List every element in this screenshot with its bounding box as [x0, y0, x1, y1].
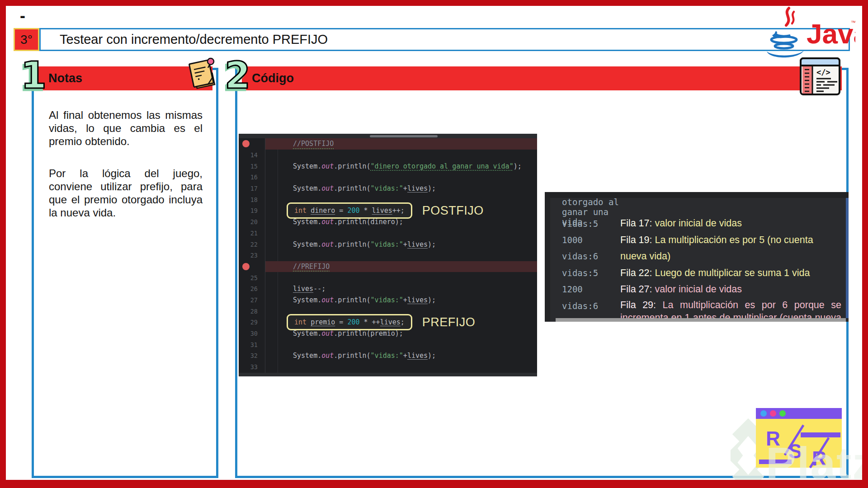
- code-line: 16: [239, 172, 537, 183]
- rsr-dot-pink: [770, 410, 776, 417]
- breakpoint-icon: [242, 140, 250, 147]
- console-value: vidas:6: [562, 248, 620, 264]
- notas-paragraph-2: Por la lógica del juego, conviene utiliz…: [49, 167, 203, 219]
- code-line: 31: [239, 339, 537, 350]
- code-editor-lines: //POSTFIJO1415System.out.println("dinero…: [239, 138, 537, 372]
- console-annotation: Fila 29: La multiplicación es por 6 porq…: [620, 297, 841, 318]
- code-line: 22System.out.println("vidas:"+lives);: [239, 239, 537, 250]
- console-value: vidas:5: [562, 265, 620, 281]
- code-line: 20System.out.println(dinero);: [239, 216, 537, 228]
- rsr-dot-green: [779, 410, 786, 417]
- java-logo-icon: Java ™: [760, 6, 855, 66]
- highlight-label: PREFIJO: [422, 315, 476, 329]
- codigo-number: 2: [225, 57, 250, 94]
- codigo-header: Código: [242, 66, 842, 90]
- svg-text:</>: </>: [816, 68, 830, 77]
- console-gutter: [545, 198, 550, 322]
- rsr-titlebar: [756, 408, 842, 419]
- code-line: 33: [239, 361, 537, 373]
- editor-top-bar: [239, 134, 537, 138]
- code-line: 14: [239, 150, 537, 161]
- java-wordmark: Java: [807, 18, 855, 49]
- console-annotation: Fila 17: valor inicial de vidas: [620, 215, 841, 231]
- code-line: 23: [239, 250, 537, 261]
- line-number: 20: [239, 218, 265, 225]
- line-number: 23: [239, 252, 265, 259]
- code-editor: //POSTFIJO1415System.out.println("dinero…: [239, 134, 537, 376]
- slide: - 3° Testear con incremento/decremento P…: [0, 0, 868, 488]
- code-line: 21: [239, 228, 537, 239]
- line-number: 31: [239, 341, 265, 348]
- notas-header: Notas: [38, 66, 212, 90]
- highlight-label: POSTFIJO: [422, 204, 484, 218]
- top-dash: -: [20, 6, 25, 25]
- line-number: 28: [239, 308, 265, 315]
- console-value: vidas:6: [562, 297, 620, 314]
- notas-number: 1: [21, 57, 47, 94]
- console-top-bar: [545, 192, 849, 198]
- editor-bottom-bar: [239, 373, 537, 376]
- console-value: dinero otorgado al ganar una vida: [562, 199, 620, 215]
- output-console: dinero otorgado al ganar una vidavidas:5…: [545, 192, 849, 322]
- code-line: 32System.out.println("vidas:"+lives);: [239, 350, 537, 361]
- editor-scrollbar: [370, 135, 438, 137]
- platzi-watermark: Platzi: [766, 437, 868, 488]
- console-horizontal-scrollbar: [556, 318, 846, 322]
- notas-header-label: Notas: [48, 71, 82, 85]
- svg-text:™: ™: [851, 19, 855, 26]
- code-line: 30System.out.println(premio);: [239, 328, 537, 339]
- title-box: Testear con incremento/decremento PREFIJ…: [39, 28, 850, 51]
- line-number: 27: [239, 296, 265, 304]
- line-number: 14: [239, 151, 265, 159]
- rsr-accent-bar-top: [801, 432, 840, 437]
- code-line: 19int dinero = 200 * lives++;POSTFIJO: [239, 205, 537, 216]
- console-notes: Fila 17: valor inicial de vidasFila 19: …: [620, 198, 846, 318]
- line-number: 19: [239, 207, 265, 214]
- code-line: 27System.out.println("vidas:"+lives);: [239, 295, 537, 306]
- console-value: 1000: [562, 232, 620, 248]
- line-number: 30: [239, 330, 265, 337]
- line-number: 17: [239, 185, 265, 192]
- line-number: 15: [239, 163, 265, 170]
- code-line: 17System.out.println("vidas:"+lives);: [239, 183, 537, 194]
- codigo-header-label: Código: [252, 71, 294, 85]
- memo-note-icon: [188, 57, 218, 94]
- console-annotation: Fila 22: Luego de multiplicar se suma 1 …: [620, 265, 841, 281]
- notas-body: Al final obtenemos las mismas vidas, lo …: [49, 108, 203, 238]
- rsr-dot-blue: [760, 410, 767, 417]
- line-number: 33: [239, 363, 265, 371]
- console-values: dinero otorgado al ganar una vidavidas:5…: [550, 198, 620, 318]
- breakpoint-icon: [242, 263, 250, 270]
- page-title: Testear con incremento/decremento PREFIJ…: [60, 32, 328, 47]
- line-number: 18: [239, 196, 265, 203]
- console-annotation: Fila 19: La multiplicación es por 5 (no …: [620, 232, 841, 265]
- line-number: 29: [239, 319, 265, 326]
- line-number: 32: [239, 352, 265, 359]
- line-number: 25: [239, 274, 265, 282]
- console-vertical-scrollbar: [846, 198, 849, 318]
- code-line: //POSTFIJO: [239, 138, 537, 150]
- code-line: 26lives--;: [239, 283, 537, 295]
- console-value: 1200: [562, 281, 620, 297]
- console-annotation: Fila 27: valor inicial de vidas: [620, 281, 841, 297]
- line-number: 26: [239, 285, 265, 292]
- line-number: 16: [239, 174, 265, 181]
- code-line: 29int premio = 200 * ++lives;PREFIJO: [239, 317, 537, 328]
- notas-paragraph-1: Al final obtenemos las mismas vidas, lo …: [49, 108, 203, 148]
- line-number: 21: [239, 230, 265, 237]
- line-number: 22: [239, 241, 265, 248]
- code-line: 15System.out.println("dinero otorgado al…: [239, 160, 537, 172]
- code-line: 25: [239, 272, 537, 283]
- code-line: //PREFIJO: [239, 261, 537, 272]
- grade-badge: 3°: [14, 28, 39, 51]
